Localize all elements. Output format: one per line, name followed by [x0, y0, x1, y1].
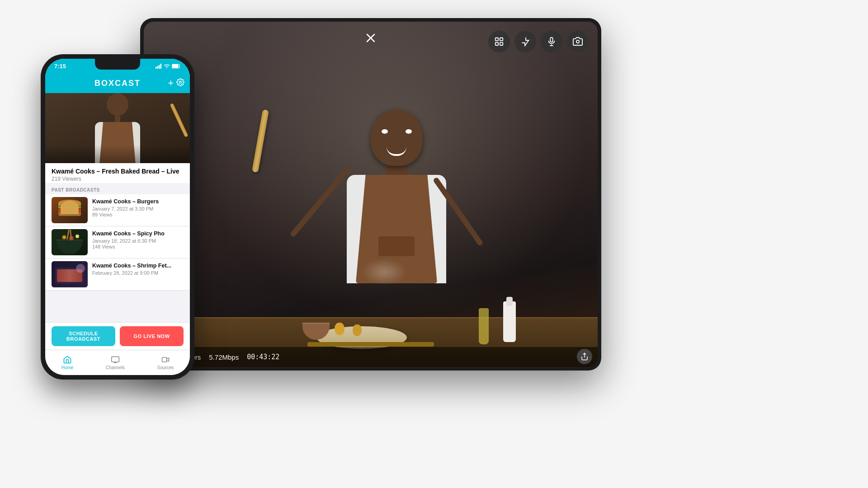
broadcast-item-pho[interactable]: Kwamé Cooks – Spicy Pho January 18, 2022…	[45, 226, 190, 258]
microphone-button[interactable]	[541, 31, 562, 52]
broadcast-item-date: January 7, 2022 at 3:30 PM	[92, 206, 184, 211]
broadcast-item-views: 89 Views	[92, 212, 184, 217]
tablet-bottom-bar: 219 Viewers 5.72Mbps 00:43:22	[144, 347, 598, 367]
broadcast-info: Kwamé Cooks – Fresh Baked Bread – Live 2…	[45, 163, 190, 183]
broadcast-item-name: Kwamé Cooks – Burgers	[92, 198, 184, 205]
svg-rect-12	[156, 67, 157, 69]
flash-button[interactable]	[514, 31, 536, 52]
phone-device: 7:15	[41, 54, 194, 380]
svg-rect-15	[160, 64, 162, 69]
svg-rect-14	[159, 65, 160, 69]
broadcast-info-burgers: Kwamé Cooks – Burgers January 7, 2022 at…	[92, 197, 184, 217]
add-button[interactable]: +	[168, 77, 174, 89]
schedule-broadcast-button[interactable]: SCHEDULE BROADCAST	[52, 326, 115, 346]
nav-channels-label: Channels	[106, 365, 125, 370]
grid-view-button[interactable]	[488, 31, 510, 52]
nav-sources-label: Sources	[157, 365, 174, 370]
scene: 219 Viewers 5.72Mbps 00:43:22 7:	[0, 0, 868, 488]
broadcast-info-pho: Kwamé Cooks – Spicy Pho January 18, 2022…	[92, 229, 184, 249]
app-header: BOXCAST +	[45, 73, 190, 93]
past-broadcasts-section: PAST BROADCASTS	[45, 183, 190, 322]
thumb-pho	[52, 229, 88, 255]
svg-rect-18	[172, 65, 178, 67]
app-title: BOXCAST	[94, 79, 141, 88]
bottom-nav: Home Channels Sources	[45, 350, 190, 375]
svg-rect-13	[157, 66, 159, 69]
share-button[interactable]	[577, 349, 592, 364]
broadcast-item-views: 148 Views	[92, 244, 184, 249]
bitrate-label: 5.72Mbps	[209, 353, 239, 361]
action-buttons: SCHEDULE BROADCAST GO LIVE NOW	[45, 322, 190, 350]
svg-point-19	[179, 81, 182, 83]
broadcast-item-date: January 18, 2022 at 6:30 PM	[92, 238, 184, 244]
status-time: 7:15	[54, 63, 66, 70]
timer-label: 00:43:22	[247, 353, 279, 361]
svg-rect-20	[112, 357, 119, 362]
cooking-scene-bg	[144, 22, 598, 367]
broadcast-item-date: February 28, 2022 at 9:00 PM	[92, 270, 184, 276]
nav-channels[interactable]: Channels	[100, 353, 130, 372]
svg-rect-2	[495, 38, 498, 41]
nav-home[interactable]: Home	[56, 353, 79, 372]
status-icons	[156, 64, 181, 69]
broadcast-item-name: Kwamé Cooks – Spicy Pho	[92, 230, 184, 237]
svg-point-16	[166, 68, 167, 68]
svg-rect-6	[550, 38, 553, 42]
phone-notch	[95, 59, 140, 70]
svg-rect-4	[495, 42, 498, 45]
live-broadcast-hero[interactable]	[45, 93, 190, 163]
svg-point-9	[576, 40, 579, 43]
broadcast-item-shrimp[interactable]: Kwamé Cooks – Shrimp Fet... February 28,…	[45, 258, 190, 291]
tablet-device: 219 Viewers 5.72Mbps 00:43:22	[140, 18, 601, 371]
thumb-shrimp	[52, 261, 88, 287]
svg-rect-5	[500, 42, 503, 45]
nav-sources[interactable]: Sources	[152, 353, 179, 372]
broadcast-item-name: Kwamé Cooks – Shrimp Fet...	[92, 262, 184, 269]
svg-rect-3	[500, 38, 503, 41]
settings-button[interactable]	[176, 78, 184, 89]
broadcast-item-burgers[interactable]: Kwamé Cooks – Burgers January 7, 2022 at…	[45, 194, 190, 226]
thumb-burgers	[52, 197, 88, 223]
nav-home-label: Home	[61, 365, 74, 370]
tablet-close-button[interactable]	[363, 31, 378, 47]
broadcast-viewers: 219 Viewers	[52, 176, 184, 182]
go-live-button[interactable]: GO LIVE NOW	[120, 326, 184, 346]
broadcast-title: Kwamé Cooks – Fresh Baked Bread – Live	[52, 168, 184, 175]
broadcast-info-shrimp: Kwamé Cooks – Shrimp Fet... February 28,…	[92, 261, 184, 276]
tablet-toolbar	[488, 31, 589, 52]
past-broadcasts-label: PAST BROADCASTS	[45, 183, 190, 194]
camera-button[interactable]	[567, 31, 589, 52]
